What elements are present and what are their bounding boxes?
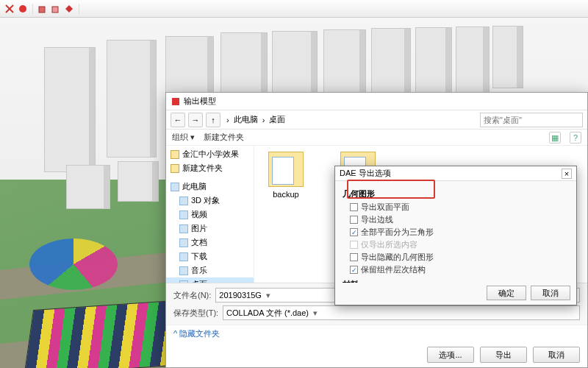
tree-quick-0[interactable]: 金汇中小学效果 bbox=[182, 149, 239, 160]
opt-only-selection: 仅导出所选内容 bbox=[343, 238, 569, 251]
tree-item[interactable]: 下载 bbox=[191, 251, 207, 262]
app-small-icon bbox=[171, 96, 181, 107]
dialog-nav: ← → ↑ › 此电脑 › 桌面 bbox=[166, 110, 587, 130]
building bbox=[492, 26, 523, 88]
filename-label: 文件名(N): bbox=[173, 290, 211, 301]
export-button[interactable]: 导出 bbox=[480, 347, 527, 363]
dae-options-dialog: DAE 导出选项 × 几何图形 导出双面平面 导出边线 ✓全部平面分为三角形 仅… bbox=[334, 166, 577, 305]
nav-up-button[interactable]: ↑ bbox=[206, 113, 220, 127]
tree-item[interactable]: 图片 bbox=[191, 223, 207, 234]
svg-point-2 bbox=[19, 5, 26, 13]
tool-x-icon[interactable] bbox=[4, 4, 15, 14]
breadcrumb[interactable]: › 此电脑 › 桌面 bbox=[223, 114, 477, 125]
nav-forward-button[interactable]: → bbox=[188, 113, 203, 127]
tree-item[interactable]: 文档 bbox=[191, 237, 207, 248]
building bbox=[44, 47, 96, 172]
tree-quick-1[interactable]: 新建文件夹 bbox=[182, 163, 223, 174]
opt-export-edges[interactable]: 导出边线 bbox=[343, 213, 569, 226]
opt-triangulate[interactable]: ✓全部平面分为三角形 bbox=[343, 226, 569, 238]
filetype-label: 保存类型(T): bbox=[173, 308, 218, 319]
breadcrumb-loc[interactable]: 桌面 bbox=[269, 114, 285, 125]
opt-two-sided[interactable]: 导出双面平面 bbox=[343, 201, 569, 213]
subdialog-titlebar: DAE 导出选项 × bbox=[335, 166, 576, 181]
organize-menu[interactable]: 组织 ▾ bbox=[172, 132, 195, 143]
folder-item[interactable]: backup bbox=[260, 152, 312, 199]
nav-back-button[interactable]: ← bbox=[171, 113, 185, 127]
ok-button[interactable]: 确定 bbox=[487, 286, 526, 300]
school-model bbox=[24, 300, 182, 368]
checkbox-icon bbox=[350, 203, 358, 211]
tree-thispc[interactable]: 此电脑 bbox=[182, 181, 207, 192]
tool-cube2-icon[interactable] bbox=[51, 4, 61, 14]
app-toolbar bbox=[0, 0, 588, 18]
view-mode-button[interactable]: ▦ bbox=[549, 132, 561, 144]
checkbox-icon: ✓ bbox=[350, 228, 358, 236]
opt-hidden-geom[interactable]: 导出隐藏的几何图形 bbox=[343, 251, 569, 263]
subdialog-title: DAE 导出选项 bbox=[340, 168, 391, 179]
tree-item[interactable]: 音乐 bbox=[191, 265, 207, 276]
plaza bbox=[29, 238, 118, 290]
highlight-rect bbox=[347, 181, 435, 199]
checkbox-icon bbox=[350, 241, 358, 249]
breadcrumb-root[interactable]: 此电脑 bbox=[234, 114, 258, 125]
opt-preserve-hierarchy[interactable]: ✓保留组件层次结构 bbox=[343, 263, 569, 276]
help-button[interactable]: ? bbox=[570, 132, 581, 144]
tool-gem-icon[interactable] bbox=[64, 4, 74, 14]
building bbox=[456, 26, 490, 94]
checkbox-icon: ✓ bbox=[350, 266, 358, 274]
building bbox=[118, 161, 159, 202]
hide-folders-link[interactable]: ^ 隐藏文件夹 bbox=[166, 325, 587, 342]
tree-item[interactable]: 3D 对象 bbox=[191, 195, 220, 206]
new-folder-button[interactable]: 新建文件夹 bbox=[204, 132, 244, 143]
dialog-titlebar: 输出模型 bbox=[166, 93, 587, 110]
cancel-button[interactable]: 取消 bbox=[533, 347, 580, 363]
tool-cube1-icon[interactable] bbox=[37, 4, 48, 14]
breadcrumb-sep: › bbox=[262, 116, 265, 124]
dialog-toolbar: 组织 ▾ 新建文件夹 ▦ ? bbox=[166, 130, 587, 146]
folder-tree[interactable]: 金汇中小学效果 新建文件夹 此电脑 3D 对象 视频 图片 文档 下载 音乐 桌… bbox=[166, 146, 254, 283]
svg-rect-4 bbox=[52, 7, 58, 13]
svg-rect-6 bbox=[172, 98, 179, 105]
close-button[interactable]: × bbox=[562, 169, 572, 179]
svg-rect-3 bbox=[39, 7, 45, 13]
folder-icon bbox=[268, 152, 304, 187]
svg-marker-5 bbox=[65, 5, 73, 13]
dialog-title: 输出模型 bbox=[184, 96, 216, 107]
checkbox-icon bbox=[350, 253, 358, 261]
building bbox=[66, 165, 110, 209]
search-input[interactable] bbox=[480, 113, 583, 127]
close-icon: × bbox=[564, 169, 569, 178]
dialog-buttons: 选项... 导出 取消 bbox=[166, 342, 587, 367]
options-button[interactable]: 选项... bbox=[427, 347, 474, 363]
tree-item[interactable]: 视频 bbox=[191, 209, 207, 220]
filetype-field[interactable]: COLLADA 文件 (*.dae)▾ bbox=[223, 305, 580, 320]
breadcrumb-sep: › bbox=[226, 116, 229, 124]
sub-cancel-button[interactable]: 取消 bbox=[531, 286, 570, 300]
building bbox=[107, 40, 157, 158]
building bbox=[415, 27, 452, 101]
folder-label: backup bbox=[260, 190, 312, 199]
checkbox-icon bbox=[350, 216, 358, 224]
tool-red-icon[interactable] bbox=[18, 4, 28, 14]
